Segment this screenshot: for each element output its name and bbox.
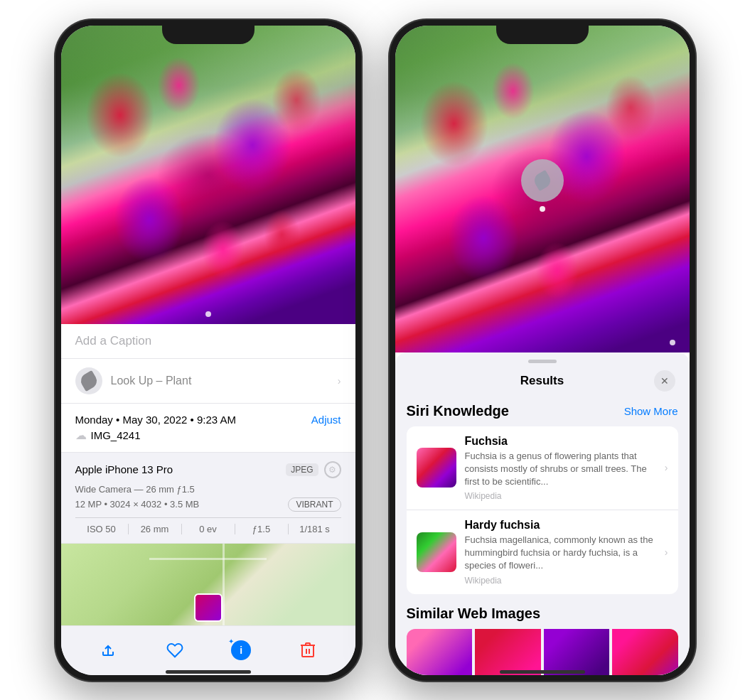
results-panel: Results ✕ Siri Knowledge Show More Fuch: [395, 352, 690, 675]
mp-text: 12 MP • 3024 × 4032 • 3.5 MB: [75, 499, 200, 510]
photo-overlay: [61, 26, 355, 324]
info-icon-badge: ✦ i: [231, 640, 251, 660]
leaf-icon: [77, 370, 99, 391]
hardy-fuchsia-name: Hardy fuchsia: [465, 519, 656, 532]
sparkle-icon: ✦: [228, 637, 234, 645]
phone-1: Add a Caption Look Up – Plant › Monday •…: [55, 20, 361, 681]
notch-2: [496, 20, 589, 44]
siri-knowledge-title: Siri Knowledge: [407, 403, 509, 419]
fuchsia-info: Fuchsia Fuchsia is a genus of flowering …: [465, 435, 656, 502]
visual-search-button[interactable]: [521, 159, 564, 202]
similar-image-1[interactable]: [407, 629, 473, 675]
photo-dot-indicator: [205, 311, 211, 317]
siri-knowledge-header: Siri Knowledge Show More: [407, 403, 678, 419]
adjust-button[interactable]: Adjust: [311, 414, 341, 426]
show-more-button[interactable]: Show More: [624, 405, 678, 417]
photo-display[interactable]: [61, 26, 355, 324]
lookup-chevron: ›: [338, 375, 341, 387]
mp-row: 12 MP • 3024 × 4032 • 3.5 MB VIBRANT: [75, 497, 341, 512]
iso-value: ISO 50: [75, 524, 129, 534]
knowledge-card: Fuchsia Fuchsia is a genus of flowering …: [407, 426, 678, 594]
visual-search-dot: [540, 206, 545, 212]
lookup-label: Look Up – Plant: [111, 375, 192, 387]
shutter-value: 1/181 s: [289, 524, 341, 534]
similar-images-row: [407, 629, 678, 675]
svg-rect-1: [302, 645, 314, 657]
phone-1-content: Add a Caption Look Up – Plant › Monday •…: [61, 26, 355, 675]
phone-2: Results ✕ Siri Knowledge Show More Fuch: [390, 20, 695, 681]
results-header: Results ✕: [395, 367, 690, 400]
map-thumbnail: [194, 593, 223, 622]
meta-filename: ☁ IMG_4241: [75, 429, 341, 442]
focal-value: 26 mm: [129, 524, 182, 534]
format-badge: JPEG: [286, 463, 318, 476]
info-button[interactable]: ✦ i: [227, 636, 255, 664]
fuchsia-description: Fuchsia is a genus of flowering plants t…: [465, 450, 656, 489]
notch-1: [162, 20, 255, 44]
drag-handle[interactable]: [528, 360, 557, 363]
fuchsia-name: Fuchsia: [465, 435, 656, 448]
meta-date: Monday • May 30, 2022 • 9:23 AM: [75, 414, 236, 426]
caption-placeholder[interactable]: Add a Caption: [75, 334, 152, 348]
similar-section: Similar Web Images: [407, 605, 678, 675]
cloud-icon: ☁: [75, 429, 87, 442]
lookup-row[interactable]: Look Up – Plant ›: [61, 359, 355, 404]
knowledge-item-hardy-fuchsia[interactable]: Hardy fuchsia Fuchsia magellanica, commo…: [407, 510, 678, 594]
hardy-fuchsia-description: Fuchsia magellanica, commonly known as t…: [465, 534, 656, 573]
map-road-v: [223, 544, 225, 625]
hardy-fuchsia-chevron: ›: [665, 546, 668, 558]
meta-date-row: Monday • May 30, 2022 • 9:23 AM Adjust: [75, 414, 341, 426]
bottom-toolbar: ✦ i: [61, 625, 355, 675]
similar-image-2[interactable]: [475, 629, 541, 675]
map-area[interactable]: [61, 544, 355, 625]
settings-icon[interactable]: ⚙: [324, 461, 341, 478]
device-badges: JPEG ⚙: [286, 461, 341, 478]
filename-text: IMG_4241: [91, 429, 141, 441]
hardy-fuchsia-info: Hardy fuchsia Fuchsia magellanica, commo…: [465, 519, 656, 586]
share-button[interactable]: [94, 636, 122, 664]
iso-row: ISO 50 26 mm 0 ev ƒ1.5 1/181 s: [75, 517, 341, 534]
camera-spec: Wide Camera — 26 mm ƒ1.5: [75, 484, 341, 495]
phone-2-content: Results ✕ Siri Knowledge Show More Fuch: [395, 26, 690, 675]
lookup-icon: [75, 367, 102, 394]
home-indicator-2: [500, 670, 585, 674]
ev-value: 0 ev: [182, 524, 235, 534]
results-body: Siri Knowledge Show More Fuchsia Fuchsia…: [395, 400, 690, 675]
map-road-h: [149, 558, 267, 560]
device-row: Apple iPhone 13 Pro JPEG ⚙: [75, 461, 341, 478]
hardy-fuchsia-source: Wikipedia: [465, 576, 656, 586]
phone-1-screen: Add a Caption Look Up – Plant › Monday •…: [61, 26, 355, 675]
knowledge-item-fuchsia[interactable]: Fuchsia Fuchsia is a genus of flowering …: [407, 426, 678, 511]
caption-area[interactable]: Add a Caption: [61, 324, 355, 359]
fuchsia-source: Wikipedia: [465, 491, 656, 501]
similar-image-3[interactable]: [544, 629, 610, 675]
hardy-fuchsia-thumbnail: [417, 532, 456, 572]
photo-dot-indicator-2: [670, 340, 675, 345]
device-name: Apple iPhone 13 Pro: [75, 463, 173, 475]
similar-image-4[interactable]: [612, 629, 678, 675]
visual-search-leaf-icon: [531, 169, 552, 190]
close-button[interactable]: ✕: [654, 370, 675, 392]
fuchsia-thumbnail: [417, 448, 456, 488]
phone-2-screen: Results ✕ Siri Knowledge Show More Fuch: [395, 26, 690, 675]
aperture-value: ƒ1.5: [235, 524, 289, 534]
results-title: Results: [431, 374, 654, 388]
fuchsia-chevron: ›: [665, 462, 668, 473]
trash-button[interactable]: [294, 636, 322, 664]
photo-display-2[interactable]: [395, 26, 690, 352]
meta-section: Monday • May 30, 2022 • 9:23 AM Adjust ☁…: [61, 404, 355, 453]
similar-title: Similar Web Images: [407, 605, 678, 622]
vibrant-badge: VIBRANT: [288, 497, 341, 512]
favorite-button[interactable]: [161, 636, 189, 664]
device-section: Apple iPhone 13 Pro JPEG ⚙ Wide Camera —…: [61, 453, 355, 544]
home-indicator-1: [166, 670, 251, 674]
info-icon: i: [231, 640, 251, 660]
